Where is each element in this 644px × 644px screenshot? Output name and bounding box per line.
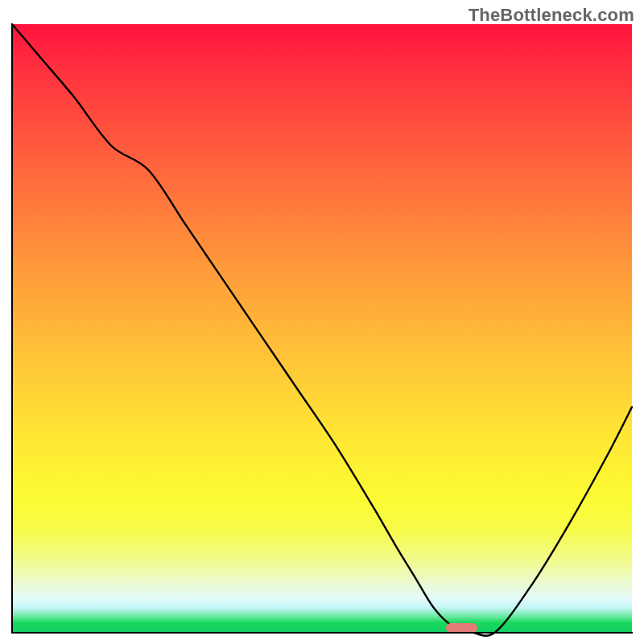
chart-stage: TheBottleneck.com bbox=[0, 0, 644, 644]
optimal-range-marker bbox=[446, 623, 477, 633]
watermark-label: TheBottleneck.com bbox=[469, 5, 634, 26]
plot-area bbox=[12, 24, 632, 632]
curve-svg bbox=[12, 24, 632, 632]
y-axis bbox=[11, 24, 13, 633]
bottleneck-curve bbox=[12, 24, 632, 636]
x-axis bbox=[11, 632, 633, 634]
